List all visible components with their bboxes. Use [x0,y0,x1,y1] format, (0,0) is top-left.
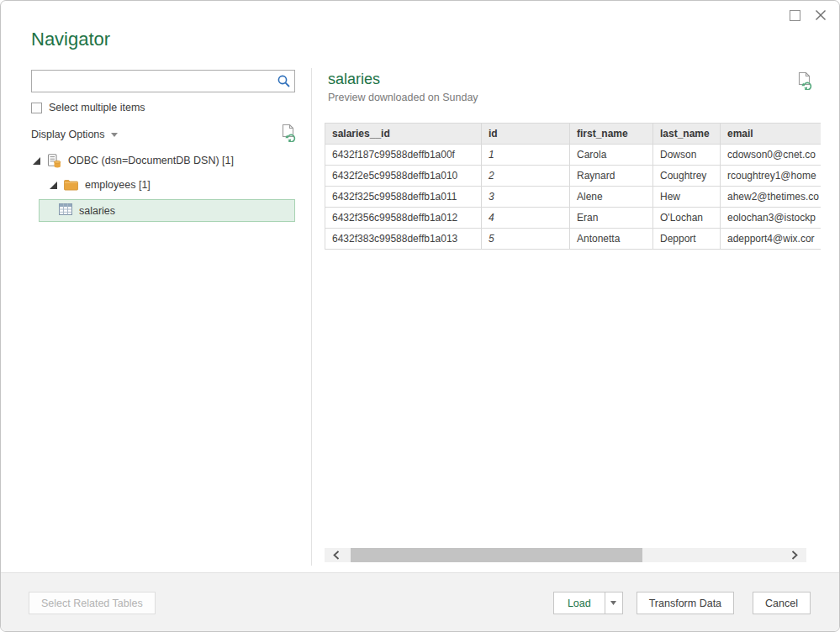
scrollbar-thumb[interactable] [351,548,642,562]
cell: Depport [653,229,721,250]
footer-action-buttons: Load Transform Data Cancel [553,592,811,614]
display-options-dropdown[interactable]: Display Options [31,129,118,140]
refresh-preview-button[interactable] [797,71,813,93]
scroll-left-button[interactable] [325,548,348,562]
cell: 3 [482,187,570,208]
refresh-source-button[interactable] [281,124,297,145]
table-row: 6432f325c99588deffb1a011 3 Alene Hew ahe… [325,187,822,208]
preview-subtitle: Preview downloaded on Sunday [328,92,478,103]
cell: Antonetta [570,229,653,250]
search-icon[interactable] [272,74,294,88]
cell: 6432f356c99588deffb1a012 [325,208,482,229]
cell: 6432f383c99588deffb1a013 [325,229,482,250]
window-controls [788,8,827,22]
cell: 4 [482,208,570,229]
transform-data-button[interactable]: Transform Data [637,592,734,614]
tree-item-label: salaries [79,205,115,217]
scroll-right-button[interactable] [783,548,806,562]
display-options-row: Display Options [31,124,297,145]
panel-divider [311,68,312,566]
table-grid-icon [59,203,72,218]
close-button[interactable] [814,8,827,22]
table-row: 6432f2e5c99588deffb1a010 2 Raynard Cough… [325,166,822,187]
cell: Carola [570,145,653,166]
cell: O'Lochan [653,208,721,229]
cell: ahew2@thetimes.co [721,187,822,208]
column-header[interactable]: salaries__id [325,124,482,145]
select-multiple-row[interactable]: Select multiple items [31,102,145,113]
column-header[interactable]: email [721,124,822,145]
cell: Eran [570,208,653,229]
tree-item-label: ODBC (dsn=DocumentDB DSN) [1] [68,155,234,166]
search-input[interactable] [32,71,272,91]
cell: Raynard [570,166,653,187]
load-dropdown-button[interactable] [605,592,623,614]
cell: rcoughtrey1@home [721,166,822,187]
navigator-dialog: Navigator Select multiple items Display … [0,0,840,632]
navigation-tree: ODBC (dsn=DocumentDB DSN) [1] employees … [31,150,297,222]
dialog-footer: Select Related Tables Load Transform Dat… [1,572,839,631]
cell: 5 [482,229,570,250]
document-refresh-icon [797,71,813,90]
cell: Hew [653,187,721,208]
cell: Dowson [653,145,721,166]
expand-caret-icon[interactable] [33,157,40,165]
column-header[interactable]: first_name [570,124,653,145]
table-row: 6432f383c99588deffb1a013 5 Antonetta Dep… [325,229,822,250]
column-header[interactable]: last_name [653,124,721,145]
load-button[interactable]: Load [553,592,605,614]
tree-item-salaries-selected[interactable]: salaries [39,199,295,222]
cancel-button[interactable]: Cancel [753,592,811,614]
page-title: Navigator [31,29,110,50]
load-split-button: Load [553,592,623,614]
cell: 6432f2e5c99588deffb1a010 [325,166,482,187]
table-header-row: salaries__id id first_name last_name ema… [325,124,822,145]
select-multiple-checkbox[interactable] [31,103,42,113]
cell: Alene [570,187,653,208]
horizontal-scrollbar[interactable] [325,548,806,562]
preview-table: salaries__id id first_name last_name ema… [325,123,821,250]
select-multiple-label: Select multiple items [49,102,145,113]
maximize-button[interactable] [788,8,801,22]
chevron-right-icon [791,550,798,560]
tree-item-employees[interactable]: employees [1] [31,175,297,195]
cell: Coughtrey [653,166,721,187]
chevron-left-icon [333,550,340,560]
odbc-database-icon [47,154,61,168]
column-header[interactable]: id [482,124,570,145]
cell: cdowson0@cnet.co [721,145,822,166]
cell: adepport4@wix.cor [721,229,822,250]
chevron-down-icon [610,601,616,605]
table-row: 6432f187c99588deffb1a00f 1 Carola Dowson… [325,145,822,166]
display-options-label: Display Options [31,129,105,140]
chevron-down-icon [111,133,118,137]
maximize-icon [790,10,800,21]
expand-caret-icon[interactable] [50,182,57,189]
folder-icon [64,179,78,191]
preview-title: salaries [328,71,380,88]
cell: 6432f325c99588deffb1a011 [325,187,482,208]
tree-item-odbc[interactable]: ODBC (dsn=DocumentDB DSN) [1] [31,150,297,171]
search-box [31,70,295,92]
cell: 6432f187c99588deffb1a00f [325,145,482,166]
cell: 2 [482,166,570,187]
cell: 1 [482,145,570,166]
select-related-tables-button[interactable]: Select Related Tables [29,592,156,614]
close-icon [815,9,827,21]
cell: eolochan3@istockp [721,208,822,229]
tree-item-label: employees [1] [85,179,151,191]
document-refresh-icon [281,124,297,142]
table-row: 6432f356c99588deffb1a012 4 Eran O'Lochan… [325,208,822,229]
